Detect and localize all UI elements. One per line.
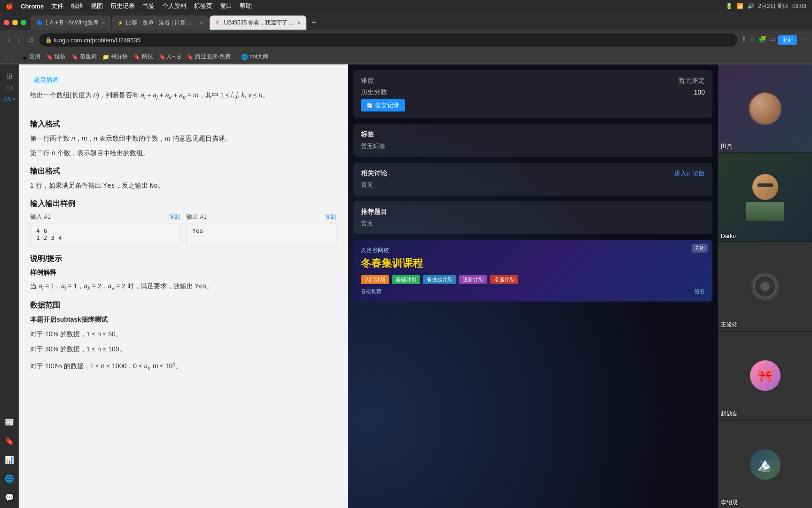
url-input[interactable]: 🔒 luogu.com.cn/problem/U249535 (39, 33, 737, 47)
video-tian-liang: 田亮 (718, 64, 812, 152)
tags-none: 暂无标签 (361, 143, 385, 150)
difficulty-label: 难度 (361, 77, 374, 85)
update-button[interactable]: 更新 (778, 35, 797, 45)
video-li: 🏔️ 李绍晟 (718, 421, 812, 508)
data-range-section: 数据范围 本题开启subtask捆绑测试 对于 10% 的数据，1 ≤ n ≤ … (30, 301, 336, 373)
video-zhao: 🎀 赵劼磊 (718, 332, 812, 420)
data-line-1: 对于 10% 的数据，1 ≤ n ≤ 50。 (30, 329, 336, 340)
ad-tag-challenge[interactable]: 有挑战计划 (423, 275, 456, 284)
sample-explain-text: 当 ai = 1，aj = 1，ak = 2，av = 2 时，满足要求，故输出… (30, 281, 336, 293)
submit-record-btn[interactable]: 🔄 提交记录 (361, 99, 405, 111)
participant-name-li: 李绍晟 (721, 499, 738, 507)
data-line-3: 对于 100% 的数据，1 ≤ n ≤ 1000，0 ≤ ai, m ≤ 105… (30, 359, 336, 373)
maximize-window-btn[interactable] (21, 20, 26, 25)
copy-input1-btn[interactable]: 复制 (169, 213, 180, 221)
reload-button[interactable]: ↺ (26, 34, 36, 47)
bookmark-apps[interactable]: 📱 应用 (21, 53, 40, 61)
bookmark-wangji[interactable]: 🔖 网技 (133, 53, 153, 61)
date-display: 2月2日 周四 (758, 2, 789, 10)
recommend-card: 推荐题目 暂无 (353, 201, 712, 234)
tab-contest[interactable]: ⚡ 比赛 - 题单 - 洛谷 | 计算机科学... ✕ (112, 16, 209, 30)
data-range-title: 数据范围 (30, 301, 336, 310)
sidebar-icon-explore[interactable]: 🌐 (2, 471, 17, 486)
ad-close-btn[interactable]: 关闭 (692, 244, 708, 253)
menu-tabs[interactable]: 标签页 (194, 2, 212, 10)
sidebar-icon-grid[interactable]: ⊞ (2, 68, 17, 83)
extension-icon[interactable]: 🧩 (758, 35, 766, 45)
menu-edit[interactable]: 编辑 (71, 2, 83, 10)
participant-name-darko: Darko (721, 233, 736, 239)
ad-title: 冬春集训课程 (361, 256, 705, 270)
minimize-window-btn[interactable] (12, 20, 18, 25)
menu-view[interactable]: 视图 (91, 2, 103, 10)
ad-tags: 入门计划 基础计划 有挑战计划 进阶计划 卓远计划 (361, 275, 705, 284)
subtask-title: 本题开启subtask捆绑测试 (30, 314, 336, 325)
tab-acwing[interactable]: 🔵 1.A + B - AcWing题库 ✕ (31, 16, 111, 30)
score-label: 历史分数 (361, 88, 387, 96)
menu-file[interactable]: 文件 (51, 2, 63, 10)
new-tab-button[interactable]: + (307, 16, 320, 29)
tags-card: 标签 暂无标签 (353, 124, 712, 157)
ad-tag-advanced[interactable]: 进阶计划 (459, 275, 487, 284)
bookmark-star-icon[interactable]: ☆ (750, 35, 756, 45)
notes-title: 说明/提示 (30, 254, 336, 264)
system-status-icons: 🔋📶🔊 2月2日 周四 09:08 (726, 2, 806, 10)
discussion-none: 暂无 (361, 181, 705, 189)
bookmark-imgbed[interactable]: 🔖 路过图床-免费... (187, 53, 235, 61)
menu-bookmarks[interactable]: 书签 (142, 2, 155, 10)
ad-tag-elite[interactable]: 卓远计划 (490, 275, 518, 284)
ad-banner: 久洛谷网校 关闭 冬春集训课程 入门计划 基础计划 有挑战计划 进阶计划 卓远计… (353, 240, 712, 302)
sidebar-icon-bookmarks[interactable]: 🔖 (2, 433, 17, 448)
problem-intro-section: 题目描述 给出一个数组(长度为 n)，判断是否有 ai + aj + ak + … (30, 74, 336, 112)
right-info-panel: 难度 暂无评定 历史分数 100 🔄 提交记录 标签 暂无 (348, 64, 718, 508)
output-format-section: 输出格式 1 行，如果满足条件输出 Yes，反之输出 No。 (30, 167, 336, 191)
menu-window[interactable]: 窗口 (220, 2, 232, 10)
discussion-title: 相关讨论 (361, 169, 387, 178)
bookmark-aplusb[interactable]: 🔖 A + B (159, 54, 181, 60)
discussion-link[interactable]: 进入讨论版 (674, 169, 705, 178)
forward-button[interactable]: › (16, 34, 22, 46)
menu-history[interactable]: 历史记录 (110, 2, 135, 10)
tab-problem[interactable]: 🐔 U249535 你看，我遵守了诺言 ✕ (210, 16, 306, 30)
sidebar-toggle-icon[interactable]: ▭ (769, 35, 775, 45)
menu-help[interactable]: 帮助 (240, 2, 252, 10)
output1-label: 输出 #1 (186, 213, 207, 221)
back-button[interactable]: ‹ (6, 34, 12, 46)
bookmark-yuezhi[interactable]: 🔖 悦枝 (46, 53, 66, 61)
sidebar-icon-chart[interactable]: 📊 (2, 452, 17, 467)
bookmarks-bar: ⋮⋮ 📱 应用 🔖 悦枝 🔖 范鱼鲜 📁 树分块 🔖 网技 🔖 A + B 🔖 … (0, 50, 812, 64)
time-display: 09:08 (792, 3, 806, 9)
io-examples-section: 输入输出样例 输入 #1 复制 4 61 2 3 4 输出 #1 复制 (30, 199, 336, 246)
copy-output1-btn[interactable]: 复制 (325, 213, 336, 221)
tags-title: 标签 (361, 130, 705, 139)
recommend-none: 暂无 (361, 219, 705, 228)
ad-tag-intro[interactable]: 入门计划 (361, 275, 389, 284)
bookmark-noidashi[interactable]: 🌐 noi大师 (241, 53, 268, 61)
recommend-title: 推荐题目 (361, 208, 705, 216)
menu-chrome[interactable]: Chrome (21, 3, 44, 10)
tab-close-contest[interactable]: ✕ (199, 20, 203, 25)
apple-logo[interactable]: 🍎 (6, 3, 13, 10)
ad-tag-basic[interactable]: 基础计划 (392, 275, 420, 284)
bookmark-fanyuxian[interactable]: 🔖 范鱼鲜 (71, 53, 97, 61)
tab-close-acwing[interactable]: ✕ (102, 20, 105, 25)
menu-profile[interactable]: 个人资料 (162, 2, 187, 10)
url-text: luogu.com.cn/problem/U249535 (54, 37, 141, 44)
sidebar-icon-chat[interactable]: 💬 (2, 490, 17, 505)
sample-explain-title: 样例解释 (30, 269, 336, 277)
bookmark-shufenblock[interactable]: 📁 树分块 (102, 53, 128, 61)
notes-section: 说明/提示 样例解释 当 ai = 1，aj = 1，ak = 2，av = 2… (30, 254, 336, 293)
close-window-btn[interactable] (4, 20, 9, 25)
more-options-icon[interactable]: ⋯ (800, 35, 806, 45)
problem-area[interactable]: 题目描述 给出一个数组(长度为 n)，判断是否有 ai + aj + ak + … (19, 64, 348, 508)
sidebar-icon-news[interactable]: 📰 (2, 414, 17, 429)
browser-sidebar: ⊞ 应用 应用 » 📰 🔖 📊 🌐 💬 (0, 64, 19, 508)
participant-name-zhao: 赵劼磊 (721, 410, 738, 418)
ad-site-name: 久洛谷网校 (361, 246, 705, 254)
share-icon[interactable]: ⬆ (741, 35, 747, 45)
address-bar-actions: ⬆ ☆ 🧩 ▭ 更新 ⋯ (741, 35, 806, 45)
input-format-title: 输入格式 (30, 119, 336, 129)
main-area: ⊞ 应用 应用 » 📰 🔖 📊 🌐 💬 题目描述 给出一个数组(长度为 n)，判… (0, 64, 812, 508)
tab-close-problem[interactable]: ✕ (297, 20, 301, 25)
tab-bar: 🔵 1.A + B - AcWing题库 ✕ ⚡ 比赛 - 题单 - 洛谷 | … (0, 12, 812, 30)
